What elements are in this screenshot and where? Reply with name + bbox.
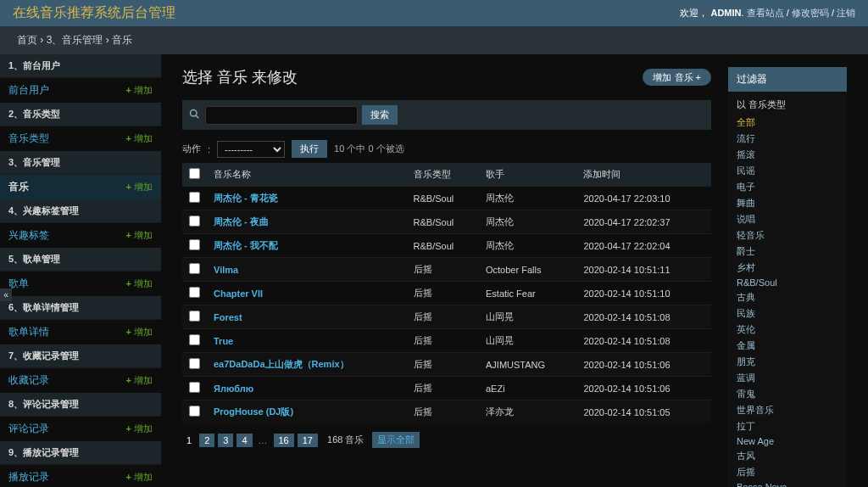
sidebar-item[interactable]: 评论记录增加 xyxy=(0,416,161,441)
filter-option[interactable]: 古典 xyxy=(737,289,838,305)
filter-option-link[interactable]: 摇滚 xyxy=(737,149,755,160)
actions-select[interactable]: --------- xyxy=(217,141,285,158)
filter-option-link[interactable]: 民族 xyxy=(737,308,755,318)
toggle-nav-icon[interactable]: « xyxy=(0,288,12,301)
page-link[interactable]: 16 xyxy=(274,434,294,447)
filter-option[interactable]: 乡村 xyxy=(737,260,838,276)
page-link[interactable]: 4 xyxy=(236,434,252,447)
filter-option-link[interactable]: 世界音乐 xyxy=(737,405,774,415)
show-all-link[interactable]: 显示全部 xyxy=(372,432,420,448)
sidebar-item[interactable]: 歌单增加 xyxy=(0,271,161,296)
add-music-button[interactable]: 增加 音乐 xyxy=(643,69,711,86)
select-all-checkbox[interactable] xyxy=(189,168,200,179)
filter-option[interactable]: R&B/Soul xyxy=(737,276,838,289)
sidebar-add-link[interactable]: 增加 xyxy=(126,471,153,484)
filter-option-link[interactable]: 蓝调 xyxy=(737,372,755,383)
row-name-link[interactable]: True xyxy=(214,336,233,346)
filter-option[interactable]: 金属 xyxy=(737,338,838,354)
change-password-link[interactable]: 修改密码 xyxy=(792,8,829,18)
filter-option-link[interactable]: 古典 xyxy=(737,292,755,302)
row-checkbox[interactable] xyxy=(189,287,200,298)
filter-option[interactable]: 说唱 xyxy=(737,211,838,227)
filter-option[interactable]: 流行 xyxy=(737,131,838,147)
search-input[interactable] xyxy=(205,106,358,125)
filter-option-link[interactable]: R&B/Soul xyxy=(737,277,777,288)
sidebar-item[interactable]: 歌单详情增加 xyxy=(0,319,161,344)
sidebar-item[interactable]: 音乐类型增加 xyxy=(0,126,161,151)
filter-option[interactable]: 全部 xyxy=(737,115,838,131)
filter-option-link[interactable]: 金属 xyxy=(737,340,755,350)
sidebar-add-link[interactable]: 增加 xyxy=(126,84,153,97)
sidebar-item[interactable]: 播放记录增加 xyxy=(0,464,161,487)
breadcrumb-home[interactable]: 首页 xyxy=(17,34,37,46)
filter-option-link[interactable]: 电子 xyxy=(737,182,755,192)
filter-option-link[interactable]: 后摇 xyxy=(737,467,755,477)
filter-option[interactable]: 雷鬼 xyxy=(737,386,838,402)
row-name-link[interactable]: ProgHouse (DJ版) xyxy=(214,406,293,417)
sidebar-item-label[interactable]: 前台用户 xyxy=(8,83,49,98)
col-time[interactable]: 添加时间 xyxy=(576,163,711,187)
col-type[interactable]: 音乐类型 xyxy=(407,163,479,187)
filter-option-link[interactable]: 雷鬼 xyxy=(737,389,755,399)
sidebar-add-link[interactable]: 增加 xyxy=(126,374,153,387)
sidebar-item[interactable]: 收藏记录增加 xyxy=(0,367,161,393)
filter-option[interactable]: 摇滚 xyxy=(737,147,838,163)
col-name[interactable]: 音乐名称 xyxy=(207,163,407,187)
select-all-header[interactable] xyxy=(182,163,207,187)
row-checkbox[interactable] xyxy=(189,311,200,322)
col-singer[interactable]: 歌手 xyxy=(479,163,576,187)
filter-option[interactable]: 民谣 xyxy=(737,163,838,179)
row-name-link[interactable]: Ялюблю xyxy=(214,383,253,394)
filter-option[interactable]: 世界音乐 xyxy=(737,402,838,418)
sidebar-item[interactable]: 前台用户增加 xyxy=(0,77,161,103)
sidebar-add-link[interactable]: 增加 xyxy=(126,423,153,435)
filter-option-link[interactable]: Bossa Nova xyxy=(737,482,787,487)
filter-option[interactable]: New Age xyxy=(737,434,838,448)
row-checkbox[interactable] xyxy=(189,334,200,345)
filter-option[interactable]: 朋克 xyxy=(737,354,838,370)
filter-option-link[interactable]: New Age xyxy=(737,436,774,446)
filter-option[interactable]: 民族 xyxy=(737,305,838,322)
filter-option-link[interactable]: 爵士 xyxy=(737,246,755,256)
actions-go-button[interactable]: 执行 xyxy=(292,140,327,158)
filter-option[interactable]: 拉丁 xyxy=(737,418,838,434)
sidebar-item-label[interactable]: 音乐 xyxy=(8,180,29,194)
search-submit-button[interactable] xyxy=(362,105,398,125)
row-name-link[interactable]: 周杰伦 - 我不配 xyxy=(214,240,278,250)
filter-option[interactable]: 后摇 xyxy=(737,464,838,480)
filter-option[interactable]: Bossa Nova xyxy=(737,480,838,487)
sidebar-item-label[interactable]: 播放记录 xyxy=(8,470,49,484)
page-link[interactable]: 3 xyxy=(218,434,233,447)
filter-option[interactable]: 古风 xyxy=(737,448,838,464)
row-name-link[interactable]: 周杰伦 - 青花瓷 xyxy=(214,193,278,203)
filter-option[interactable]: 蓝调 xyxy=(737,370,838,386)
row-name-link[interactable]: ea7DaDaDa上山做虎（Remix） xyxy=(214,359,349,369)
row-name-link[interactable]: Vilma xyxy=(214,265,238,275)
sidebar-add-link[interactable]: 增加 xyxy=(126,181,153,193)
filter-option-link[interactable]: 流行 xyxy=(737,133,755,143)
filter-option[interactable]: 爵士 xyxy=(737,244,838,260)
filter-option-link[interactable]: 全部 xyxy=(737,117,755,127)
filter-option-link[interactable]: 轻音乐 xyxy=(737,230,765,240)
sidebar-item-label[interactable]: 评论记录 xyxy=(8,422,49,436)
row-name-link[interactable]: Forest xyxy=(214,312,242,322)
page-link[interactable]: 17 xyxy=(298,434,318,447)
sidebar-item[interactable]: 音乐增加 xyxy=(0,174,161,199)
sidebar-item-label[interactable]: 歌单详情 xyxy=(8,325,49,339)
row-name-link[interactable]: Chapter VII xyxy=(214,288,263,299)
sidebar-add-link[interactable]: 增加 xyxy=(126,326,153,339)
row-checkbox[interactable] xyxy=(189,382,200,393)
filter-option-link[interactable]: 英伦 xyxy=(737,324,755,334)
view-site-link[interactable]: 查看站点 xyxy=(747,8,784,18)
sidebar-item-label[interactable]: 兴趣标签 xyxy=(8,228,49,243)
row-checkbox[interactable] xyxy=(189,192,200,203)
filter-option[interactable]: 轻音乐 xyxy=(737,227,838,244)
filter-option-link[interactable]: 乡村 xyxy=(737,262,755,272)
row-checkbox[interactable] xyxy=(189,263,200,274)
logout-link[interactable]: 注销 xyxy=(837,8,855,18)
filter-option[interactable]: 英伦 xyxy=(737,322,838,338)
row-checkbox[interactable] xyxy=(189,239,200,250)
filter-option-link[interactable]: 民谣 xyxy=(737,165,755,176)
row-checkbox[interactable] xyxy=(189,216,200,227)
sidebar-add-link[interactable]: 增加 xyxy=(126,132,153,145)
